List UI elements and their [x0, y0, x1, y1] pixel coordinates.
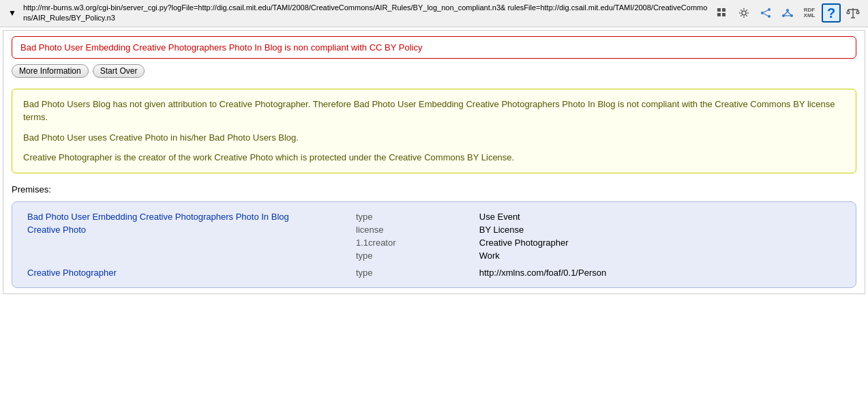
- svg-point-6: [761, 12, 764, 14]
- share-icon[interactable]: [756, 3, 775, 23]
- subject-2: Creative Photo: [23, 223, 352, 236]
- predicate-5: type: [352, 262, 475, 279]
- svg-point-5: [768, 8, 770, 11]
- predicate-1: type: [352, 210, 475, 223]
- svg-line-8: [764, 10, 768, 12]
- scale-icon[interactable]: [843, 3, 863, 23]
- main-content: Bad Photo User Embedding Creative Photog…: [3, 30, 865, 294]
- gear-icon[interactable]: [734, 3, 753, 23]
- premises-box: Bad Photo User Embedding Creative Photog…: [12, 201, 856, 288]
- alert-text: Bad Photo User Embedding Creative Photog…: [20, 42, 422, 53]
- grid-icon[interactable]: [713, 3, 732, 23]
- object-2: BY License: [475, 223, 845, 236]
- toolbar-icons: RDFXML ?: [713, 3, 863, 23]
- nav-arrow: ▼: [5, 8, 19, 18]
- table-row: Creative Photographer type http://xmlns.…: [23, 262, 845, 279]
- address-bar: ▼ http://mr-burns.w3.org/cgi-bin/server_…: [0, 0, 868, 27]
- info-box: Bad Photo Users Blog has not given attri…: [12, 89, 856, 173]
- object-3: Creative Photographer: [475, 236, 845, 249]
- url-text: http://mr-burns.w3.org/cgi-bin/server_cg…: [23, 3, 708, 24]
- subject-1: Bad Photo User Embedding Creative Photog…: [23, 210, 352, 223]
- rdf-icon[interactable]: RDFXML: [800, 3, 819, 23]
- subject-3: [23, 236, 352, 249]
- object-1: Use Event: [475, 210, 845, 223]
- predicate-2: license: [352, 223, 475, 236]
- object-5: http://xmlns.com/foaf/0.1/Person: [475, 262, 845, 279]
- svg-rect-0: [717, 8, 721, 12]
- question-icon[interactable]: ?: [822, 3, 841, 23]
- svg-rect-1: [722, 8, 725, 12]
- predicate-3: 1.1creator: [352, 236, 475, 249]
- premises-table: Bad Photo User Embedding Creative Photog…: [23, 210, 845, 279]
- info-paragraph-1: Bad Photo Users Blog has not given attri…: [23, 98, 845, 124]
- svg-line-14: [788, 12, 791, 15]
- table-row: Bad Photo User Embedding Creative Photog…: [23, 210, 845, 223]
- svg-point-7: [768, 15, 770, 18]
- object-4: Work: [475, 249, 845, 262]
- table-row: 1.1creator Creative Photographer: [23, 236, 845, 249]
- premises-label: Premises:: [12, 184, 856, 195]
- predicate-4: type: [352, 249, 475, 262]
- person-network-icon[interactable]: [778, 3, 797, 23]
- info-paragraph-3: Creative Photographer is the creator of …: [23, 151, 845, 164]
- svg-point-4: [742, 11, 746, 15]
- svg-point-10: [786, 9, 789, 12]
- info-paragraph-2: Bad Photo User uses Creative Photo in hi…: [23, 131, 845, 145]
- svg-line-9: [764, 14, 768, 16]
- buttons-row: More Information Start Over: [12, 64, 856, 78]
- table-row: type Work: [23, 249, 845, 262]
- alert-box: Bad Photo User Embedding Creative Photog…: [12, 36, 856, 59]
- svg-rect-2: [717, 13, 721, 16]
- more-info-button[interactable]: More Information: [12, 64, 89, 78]
- subject-4: [23, 249, 352, 262]
- svg-line-13: [784, 12, 788, 15]
- subject-5: Creative Photographer: [23, 262, 352, 279]
- start-over-button[interactable]: Start Over: [93, 64, 145, 78]
- svg-rect-3: [722, 13, 725, 16]
- table-row: Creative Photo license BY License: [23, 223, 845, 236]
